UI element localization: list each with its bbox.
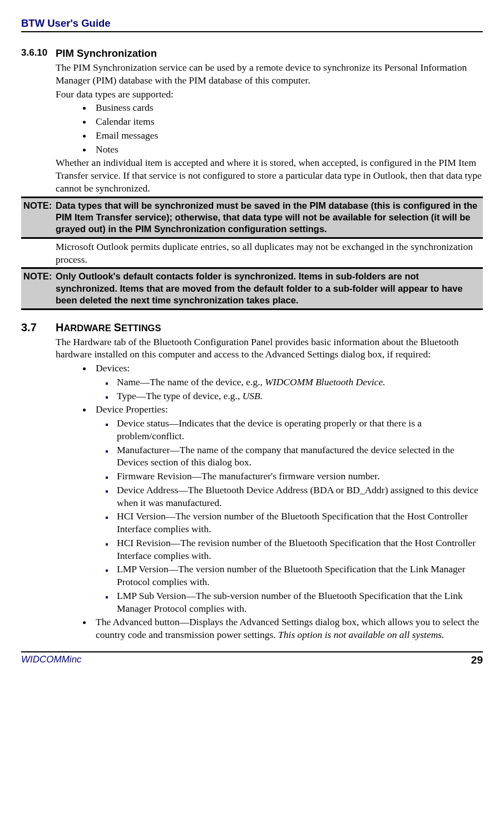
section-title: PIM Synchronization <box>56 47 157 60</box>
list-item: HCI Revision—The revision number of the … <box>113 537 483 562</box>
paragraph: Whether an individual item is accepted a… <box>56 156 483 194</box>
device-props-sublist: Device status—Indicates that the device … <box>56 417 483 615</box>
list-item: LMP Sub Version—The sub-version number o… <box>113 590 483 615</box>
list-item: Calendar items <box>92 115 483 128</box>
note-text: Data types that will be synchronized mus… <box>56 200 482 235</box>
paragraph: Four data types are supported: <box>56 88 483 101</box>
list-item: Firmware Revision—The manufacturer's fir… <box>113 470 483 483</box>
page-footer: WIDCOMMinc 29 <box>21 651 483 667</box>
section-number: 3.7 <box>21 320 56 335</box>
hardware-list: Devices: <box>56 362 483 375</box>
section-number: 3.6.10 <box>21 47 56 60</box>
note-label: NOTE: <box>23 200 56 235</box>
section-title: HARDWARE SETTINGS <box>56 320 161 335</box>
list-item: Name—The name of the device, e.g., WIDCO… <box>113 376 483 389</box>
list-item: Device status—Indicates that the device … <box>113 417 483 443</box>
note-box: NOTE: Data types that will be synchroniz… <box>21 197 483 239</box>
list-item: Device Properties: <box>92 403 483 416</box>
list-item: HCI Version—The version number of the Bl… <box>113 510 483 536</box>
footer-rule <box>21 651 483 652</box>
list-item: Business cards <box>92 101 483 114</box>
hardware-list: Device Properties: <box>56 403 483 416</box>
paragraph: The Hardware tab of the Bluetooth Config… <box>56 336 483 361</box>
list-item: Device Address—The Bluetooth Device Addr… <box>113 484 483 509</box>
header-rule <box>21 31 483 32</box>
list-item: Devices: <box>92 362 483 375</box>
hardware-list: The Advanced button—Displays the Advance… <box>56 616 483 641</box>
list-item: Email messages <box>92 129 483 142</box>
section-body: Whether an individual item is accepted a… <box>56 156 483 194</box>
paragraph: Microsoft Outlook permits duplicate entr… <box>56 240 483 266</box>
note-box: NOTE: Only Outlook's default contacts fo… <box>21 267 483 310</box>
paragraph: The PIM Synchronization service can be u… <box>56 61 483 87</box>
section-body: Microsoft Outlook permits duplicate entr… <box>56 240 483 266</box>
section-3-7: 3.7 HARDWARE SETTINGS <box>21 320 483 335</box>
note-label: NOTE: <box>23 271 56 306</box>
footer-brand: WIDCOMMinc <box>21 654 82 667</box>
data-types-list: Business cards Calendar items Email mess… <box>56 101 483 155</box>
doc-header: BTW User's Guide <box>21 17 483 30</box>
section-body: The PIM Synchronization service can be u… <box>56 61 483 100</box>
list-item: Type—The type of device, e.g., USB. <box>113 390 483 402</box>
list-item: The Advanced button—Displays the Advance… <box>92 616 483 641</box>
note-text: Only Outlook's default contacts folder i… <box>56 271 482 306</box>
section-3-6-10: 3.6.10 PIM Synchronization <box>21 47 483 60</box>
list-item: Manufacturer—The name of the company tha… <box>113 444 483 469</box>
list-item: Notes <box>92 143 483 156</box>
section-body: The Hardware tab of the Bluetooth Config… <box>56 336 483 361</box>
page-number: 29 <box>471 654 483 667</box>
list-item: LMP Version—The version number of the Bl… <box>113 563 483 588</box>
devices-sublist: Name—The name of the device, e.g., WIDCO… <box>56 376 483 402</box>
